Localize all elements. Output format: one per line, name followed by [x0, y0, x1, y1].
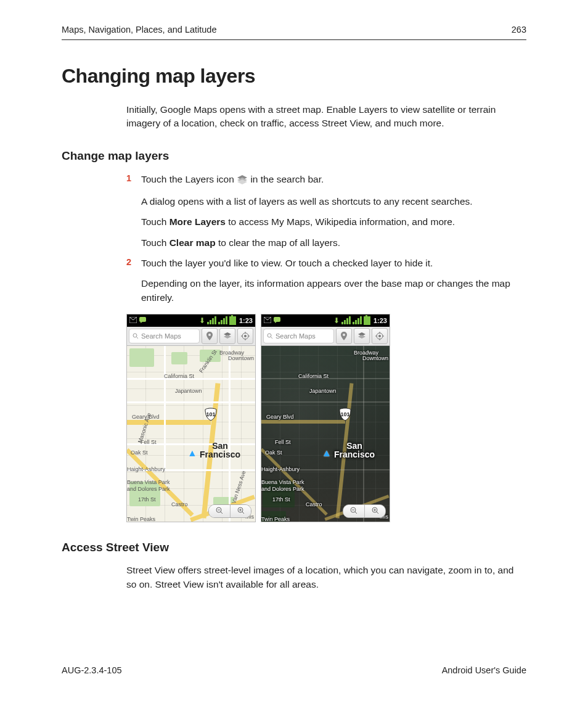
- zoom-out-button[interactable]: [209, 505, 230, 517]
- svg-marker-5: [141, 322, 142, 323]
- zoom-in-button[interactable]: [230, 505, 251, 517]
- city-label: San Francisco: [200, 441, 240, 459]
- layers-icon: [223, 332, 232, 340]
- map-label: Downtown: [362, 355, 388, 361]
- layers-icon: [357, 332, 366, 340]
- page-number: 263: [512, 25, 526, 35]
- map-label: and Dolores Park: [261, 486, 304, 492]
- svg-marker-32: [358, 335, 365, 339]
- step1-p4a: Touch: [141, 237, 169, 248]
- svg-point-30: [343, 334, 345, 336]
- step-number: 2: [126, 256, 131, 269]
- step-1: 1 Touch the Layers icon in the search ba…: [126, 172, 526, 250]
- zoom-in-icon: [237, 507, 245, 514]
- step1-text-a: Touch the Layers icon: [141, 174, 234, 184]
- svg-line-46: [377, 512, 378, 514]
- status-clock: 1:23: [374, 317, 387, 324]
- map-label: Castro: [171, 501, 188, 507]
- highway-shield-icon: 101: [338, 408, 351, 420]
- zoom-control: [208, 504, 251, 518]
- svg-point-28: [267, 334, 271, 337]
- svg-point-8: [208, 334, 211, 336]
- signal-icon: [218, 316, 227, 324]
- layers-button[interactable]: [219, 328, 235, 344]
- map-view-street[interactable]: Broadway Downtown California St Japantow…: [127, 346, 255, 522]
- chat-icon: [139, 317, 146, 324]
- search-input[interactable]: Search Maps: [263, 329, 334, 343]
- svg-point-12: [244, 335, 247, 337]
- svg-marker-27: [275, 322, 277, 323]
- map-label: Japantown: [309, 388, 337, 394]
- page-footer: AUG-2.3.4-105 Android User's Guide: [62, 665, 526, 675]
- zoom-in-button[interactable]: [364, 505, 385, 517]
- screenshot-street-map: ⬇ 1:23 Search Maps: [126, 314, 256, 522]
- zoom-out-icon: [216, 507, 223, 514]
- my-location-button[interactable]: [372, 328, 388, 344]
- map-label: Buena Vista Park: [127, 479, 169, 485]
- svg-line-20: [221, 512, 223, 514]
- search-input[interactable]: Search Maps: [129, 329, 200, 343]
- map-view-satellite[interactable]: Broadway Downtown California St Japantow…: [261, 346, 390, 522]
- map-label: Buena Vista Park: [261, 479, 304, 485]
- highway-shield-icon: 101: [204, 408, 216, 420]
- search-placeholder: Search Maps: [141, 332, 181, 340]
- map-label: Haight-Ashbury: [261, 466, 300, 472]
- search-placeholder: Search Maps: [276, 332, 316, 340]
- search-icon: [267, 333, 273, 339]
- svg-text:101: 101: [206, 411, 215, 417]
- section-heading-change-layers: Change map layers: [62, 149, 526, 163]
- svg-marker-10: [224, 335, 231, 339]
- step1-text-b: in the search bar.: [250, 174, 324, 184]
- pin-icon: [206, 332, 213, 340]
- battery-icon: [364, 316, 370, 325]
- page-title: Changing map layers: [62, 65, 526, 88]
- pin-icon: [341, 332, 347, 340]
- map-label: Haight-Ashbury: [127, 466, 165, 472]
- step2-p2: Depending on the layer, its information …: [141, 276, 526, 305]
- signal-icon: [353, 316, 362, 324]
- search-icon: [133, 333, 139, 339]
- footer-doc-id: AUG-2.3.4-105: [62, 665, 122, 675]
- step1-p3b: to access My Maps, Wikipedia information…: [226, 216, 455, 227]
- svg-point-6: [133, 334, 137, 337]
- my-location-icon: ▲: [322, 448, 332, 459]
- status-clock: 1:23: [239, 317, 253, 324]
- layers-button[interactable]: [354, 328, 370, 344]
- my-location-button[interactable]: [237, 328, 253, 344]
- step2-p1: Touch the layer you'd like to view. Or t…: [141, 256, 526, 270]
- my-location-icon: ▲: [187, 448, 197, 459]
- step1-p2: A dialog opens with a list of layers as …: [141, 194, 526, 208]
- zoom-in-icon: [372, 507, 379, 514]
- map-label: Castro: [306, 501, 322, 507]
- layers-icon: [237, 174, 248, 188]
- map-label: Geary Blvd: [266, 414, 294, 420]
- mail-icon: [264, 317, 271, 324]
- map-label: Twin Peaks: [261, 516, 290, 522]
- svg-rect-26: [274, 317, 280, 322]
- places-button[interactable]: [336, 328, 352, 344]
- map-label: Fell St: [275, 439, 291, 445]
- zoom-out-button[interactable]: [343, 505, 364, 517]
- screenshot-satellite-map: ⬇ 1:23 Search Maps: [261, 314, 390, 522]
- map-label: California St: [298, 373, 329, 379]
- map-label: 17th St: [138, 496, 156, 503]
- places-button[interactable]: [202, 328, 218, 344]
- battery-icon: [229, 316, 236, 325]
- status-bar: ⬇ 1:23: [127, 314, 255, 327]
- chapter-title: Maps, Navigation, Places, and Latitude: [62, 25, 216, 35]
- svg-rect-4: [139, 317, 146, 322]
- target-icon: [375, 332, 384, 340]
- step1-p3a: Touch: [141, 216, 169, 227]
- signal-icon: [207, 316, 216, 324]
- svg-text:101: 101: [340, 411, 349, 417]
- page-header: Maps, Navigation, Places, and Latitude 2…: [62, 25, 526, 40]
- city-label: San Francisco: [334, 441, 375, 459]
- map-search-bar: Search Maps: [261, 327, 390, 346]
- map-label: 17th St: [272, 496, 290, 503]
- map-label: California St: [164, 373, 194, 379]
- target-icon: [241, 332, 250, 340]
- map-label: Japantown: [175, 388, 202, 394]
- svg-line-24: [242, 512, 244, 514]
- svg-point-34: [378, 335, 381, 337]
- download-icon: ⬇: [199, 317, 205, 324]
